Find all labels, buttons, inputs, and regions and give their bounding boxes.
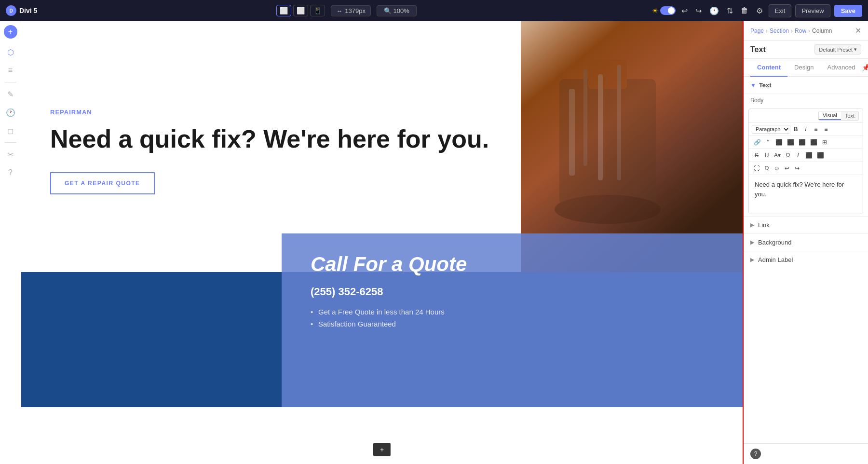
- app-logo-icon: D: [6, 5, 16, 16]
- unordered-list-btn[interactable]: ≡: [811, 125, 821, 134]
- text-mode-btn[interactable]: Text: [841, 111, 858, 120]
- ruler-icon: ↔: [336, 7, 342, 14]
- sidebar-icon-edit[interactable]: ✎: [2, 85, 19, 103]
- emoji-btn[interactable]: ☺: [772, 164, 782, 173]
- strikethrough-btn[interactable]: S: [752, 151, 761, 160]
- canvas-area[interactable]: REPAIRMAN Need a quick fix? We're here f…: [21, 21, 743, 464]
- panel-tab-icons: 📌 ↖: [862, 64, 868, 71]
- responsive-btn[interactable]: ⇅: [725, 4, 735, 17]
- call-overlay: Call For a Quote (255) 352-6258 Get a Fr…: [282, 233, 743, 407]
- tablet-device-btn[interactable]: ⬜: [293, 5, 308, 16]
- theme-toggle-container: ☀: [652, 6, 676, 15]
- visual-mode-btn[interactable]: Visual: [819, 111, 841, 120]
- link-section-header[interactable]: ▶ Link: [744, 217, 868, 233]
- background-section-header[interactable]: ▶ Background: [744, 234, 868, 251]
- italic-btn[interactable]: I: [801, 125, 811, 134]
- editor-top-bar: Visual Text: [749, 109, 863, 123]
- align-left-btn[interactable]: ⬛: [773, 138, 785, 147]
- link-btn[interactable]: 🔗: [752, 138, 763, 147]
- blockquote-btn[interactable]: ": [763, 138, 773, 147]
- link-section: ▶ Link: [744, 216, 868, 233]
- breadcrumb-row[interactable]: Row: [795, 27, 806, 34]
- trash-btn[interactable]: 🗑: [739, 4, 750, 17]
- preset-label: Default Preset: [819, 47, 853, 53]
- panel-header: Text Default Preset ▾: [744, 41, 868, 59]
- format-btn[interactable]: Ω: [783, 151, 793, 160]
- background-section-title: Background: [758, 239, 791, 246]
- svg-rect-5: [617, 65, 621, 180]
- tab-advanced[interactable]: Advanced: [821, 59, 862, 77]
- breadcrumb-sep-3: ›: [808, 27, 810, 34]
- italic2-btn[interactable]: I: [793, 151, 803, 160]
- sidebar-icon-scissors[interactable]: ✂: [2, 146, 19, 163]
- ordered-list-btn[interactable]: ≡: [821, 125, 831, 134]
- text-section-header[interactable]: ▼ Text: [744, 77, 868, 94]
- panel-title: Text: [750, 45, 766, 54]
- text-section-title: Text: [759, 82, 772, 89]
- tab-design[interactable]: Design: [787, 59, 820, 77]
- app-name: Divi 5: [19, 7, 37, 14]
- align-justify-btn[interactable]: ⬛: [808, 138, 819, 147]
- width-display[interactable]: ↔ 1379px: [331, 5, 371, 16]
- admin-label-section: ▶ Admin Label: [744, 251, 868, 268]
- desktop-device-btn[interactable]: ⬜: [276, 5, 291, 16]
- add-element-btn[interactable]: +: [4, 25, 17, 39]
- sun-icon: ☀: [652, 7, 658, 14]
- hero-label: REPAIRMAN: [50, 109, 492, 116]
- underline-btn[interactable]: U: [762, 151, 772, 160]
- align-center-btn[interactable]: ⬛: [785, 138, 796, 147]
- editor-toolbar-row4: ⛶ Ω ☺ ↩ ↪: [749, 162, 863, 175]
- pin-icon[interactable]: 📌: [862, 64, 868, 71]
- theme-toggle[interactable]: [660, 6, 676, 15]
- editor-content[interactable]: Need a quick fix? We're here for you.: [749, 175, 863, 214]
- undo-btn[interactable]: ↩: [679, 4, 690, 17]
- special-char-btn[interactable]: Ω: [762, 164, 772, 173]
- left-sidebar: + ⬡ ≡ ✎ 🕐 ◻ ✂ ?: [0, 21, 21, 464]
- sidebar-icon-layers[interactable]: ⬡: [2, 43, 19, 61]
- sidebar-icon-shapes[interactable]: ◻: [2, 122, 19, 139]
- history-btn[interactable]: 🕐: [707, 4, 721, 17]
- call-list-item-1: Get a Free Quote in less than 24 Hours: [311, 308, 714, 316]
- sidebar-icon-history[interactable]: 🕐: [2, 104, 19, 121]
- color-btn[interactable]: A▾: [772, 151, 783, 160]
- mobile-device-btn[interactable]: 📱: [310, 5, 325, 16]
- paragraph-select[interactable]: Paragraph Heading 1 Heading 2: [752, 125, 790, 134]
- panel-preset-dropdown[interactable]: Default Preset ▾: [814, 44, 861, 55]
- breadcrumb-page[interactable]: Page: [750, 27, 764, 34]
- panel-tabs: Content Design Advanced 📌 ↖: [744, 59, 868, 77]
- settings-btn[interactable]: ⚙: [754, 4, 765, 17]
- right-panel: Page › Section › Row › Column ✕ Text Def…: [743, 21, 868, 464]
- panel-breadcrumb: Page › Section › Row › Column ✕: [744, 21, 868, 41]
- hero-cta-button[interactable]: GET A REPAIR QUOTE: [50, 172, 155, 194]
- panel-close-button[interactable]: ✕: [855, 26, 861, 35]
- breadcrumb-column: Column: [812, 27, 832, 34]
- help-icon[interactable]: ?: [750, 449, 761, 459]
- admin-label-section-header[interactable]: ▶ Admin Label: [744, 251, 868, 268]
- zoom-display[interactable]: 🔍 100%: [377, 5, 417, 16]
- redo-btn[interactable]: ↪: [693, 4, 704, 17]
- editor-container[interactable]: Visual Text Paragraph Heading 1 Heading …: [748, 109, 863, 214]
- fullscreen-btn[interactable]: ⛶: [752, 164, 761, 173]
- bold-btn[interactable]: B: [791, 125, 800, 134]
- tab-content[interactable]: Content: [750, 59, 787, 77]
- preview-button[interactable]: Preview: [795, 4, 830, 17]
- call-phone: (255) 352-6258: [311, 286, 714, 298]
- save-button[interactable]: Save: [834, 5, 862, 17]
- undo-editor-btn[interactable]: ↩: [782, 164, 792, 173]
- exit-button[interactable]: Exit: [769, 4, 792, 17]
- admin-label-arrow-icon: ▶: [750, 257, 754, 263]
- outdent-btn[interactable]: ⬛: [815, 151, 826, 160]
- table-btn[interactable]: ⊞: [820, 138, 829, 147]
- add-row-button[interactable]: +: [373, 443, 391, 456]
- breadcrumb-section[interactable]: Section: [770, 27, 789, 34]
- indent-btn[interactable]: ⬛: [803, 151, 814, 160]
- sidebar-icon-help[interactable]: ?: [2, 164, 19, 181]
- panel-body[interactable]: ▼ Text Body Visual Text P: [744, 77, 868, 443]
- sidebar-icon-settings[interactable]: ≡: [2, 62, 19, 79]
- redo-editor-btn[interactable]: ↪: [792, 164, 802, 173]
- breadcrumb-sep-1: ›: [766, 27, 768, 34]
- sidebar-divider-2: [5, 142, 16, 143]
- text-section-arrow-icon: ▼: [750, 82, 756, 89]
- align-right-btn[interactable]: ⬛: [797, 138, 808, 147]
- device-icons: ⬜ ⬜ 📱: [276, 5, 325, 16]
